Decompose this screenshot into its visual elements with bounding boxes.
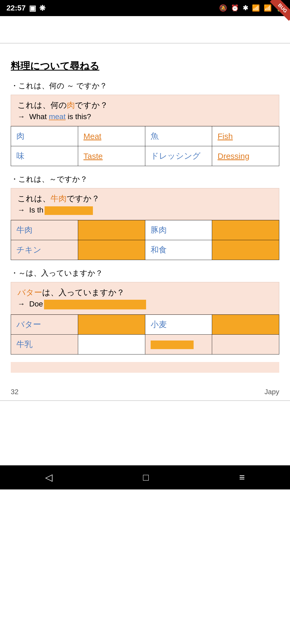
table-row: バター 小麦 (11, 314, 279, 334)
bug-ribbon: BUG (269, 0, 290, 21)
sim-icon: ▣ (29, 4, 36, 13)
wifi-icon: 📶 (252, 4, 260, 12)
example-en-1: → What meat is this? (17, 112, 273, 121)
vocab-cell-empty (212, 334, 279, 354)
vocab-cell-milk-jp: 牛乳 (11, 334, 78, 354)
page-title: 料理について尋ねる (11, 60, 279, 73)
time-display: 22:57 (6, 4, 26, 12)
vocab-cell-dressing-en: Dressing (212, 146, 279, 166)
vocab-cell-taste-jp: 味 (11, 146, 78, 166)
pink-footer-area (11, 362, 279, 373)
vocab-cell-chicken-jp: チキン (11, 240, 78, 260)
vocab-table-3: バター 小麦 牛乳 (11, 314, 279, 354)
vocab-cell-beef-en (78, 220, 145, 240)
vocab-cell-dressing-jp: ドレッシング (145, 146, 212, 166)
example-box-2: これは、牛肉ですか？ → Is th (11, 188, 279, 220)
blurred-block-2 (44, 300, 146, 309)
table-row: 味 Taste ドレッシング Dressing (11, 146, 279, 166)
example-box-1: これは、何の肉ですか？ → What meat is this? (11, 95, 279, 126)
vocab-cell-milk-blurred (145, 334, 212, 354)
vocab-cell-washoku-jp: 和食 (145, 240, 212, 260)
highlight-butter-jp: バター (17, 288, 42, 297)
status-left: 22:57 ▣ ❋ (6, 4, 45, 13)
bluetooth-icon: ✱ (243, 4, 248, 12)
page-number: 32 (11, 388, 19, 396)
vocab-cell-fish-en: Fish (212, 126, 279, 146)
table-row: 肉 Meat 魚 Fish (11, 126, 279, 146)
vocab-cell-butter-en (78, 314, 145, 334)
status-bar: 22:57 ▣ ❋ 🔕 ⏰ ✱ 📶 📶 🔋 BUG (0, 0, 290, 16)
top-spacer (0, 16, 290, 43)
menu-button[interactable]: ≡ (229, 469, 256, 486)
alarm-icon: ⏰ (231, 4, 239, 12)
section-2-label: ・これは、～ですか？ (11, 174, 279, 184)
vocab-cell-fish-jp: 魚 (145, 126, 212, 146)
data-icon: ❋ (39, 4, 45, 13)
vocab-cell-pork-en (212, 220, 279, 240)
table-row: 牛乳 (11, 334, 279, 354)
back-button[interactable]: ◁ (34, 469, 63, 486)
vocab-cell-pork-jp: 豚肉 (145, 220, 212, 240)
vocab-cell-washoku-en (212, 240, 279, 260)
section-3-label: ・～は、入っていますか？ (11, 268, 279, 278)
vocab-cell-wheat-jp: 小麦 (145, 314, 212, 334)
page-footer: 32 Japy (0, 383, 290, 400)
bottom-spacer (0, 401, 290, 465)
example-jp-3: バターは、入っていますか？ (17, 287, 273, 298)
table-row: 牛肉 豚肉 (11, 220, 279, 240)
vocab-cell-butter-jp: バター (11, 314, 78, 334)
vocab-cell-chicken-en (78, 240, 145, 260)
vocab-cell-wheat-en (212, 314, 279, 334)
blurred-block-1 (45, 206, 93, 215)
vocab-cell-taste-en: Taste (78, 146, 145, 166)
vocab-table-1: 肉 Meat 魚 Fish 味 Taste ドレッシング Dressing (11, 126, 279, 166)
content-area: 料理について尋ねる ・これは、何の ～ ですか？ これは、何の肉ですか？ → W… (0, 43, 290, 383)
example-box-3: バターは、入っていますか？ → Doe (11, 282, 279, 314)
table-row: チキン 和食 (11, 240, 279, 260)
nav-bar: ◁ □ ≡ (0, 465, 290, 489)
example-en-2: → Is th (17, 206, 273, 215)
bug-label: BUG (270, 0, 290, 21)
vocab-cell-meat-en: Meat (78, 126, 145, 146)
example-jp-2: これは、牛肉ですか？ (17, 193, 273, 204)
vocab-cell-milk-en-empty (78, 334, 145, 354)
vocab-table-2: 牛肉 豚肉 チキン 和食 (11, 220, 279, 260)
blurred-block-3 (151, 341, 194, 349)
page-label: Japy (264, 388, 279, 396)
vocab-cell-beef-jp: 牛肉 (11, 220, 78, 240)
example-en-3: → Doe (17, 300, 273, 309)
notification-icon: 🔕 (219, 4, 227, 12)
section-1-label: ・これは、何の ～ ですか？ (11, 81, 279, 91)
home-button[interactable]: □ (132, 469, 160, 486)
highlight-beef-jp: 牛肉 (50, 194, 67, 203)
highlight-meat-jp: 肉 (67, 101, 75, 109)
example-jp-1: これは、何の肉ですか？ (17, 100, 273, 111)
highlight-meat-en: meat (49, 112, 66, 121)
vocab-cell-meat-jp: 肉 (11, 126, 78, 146)
